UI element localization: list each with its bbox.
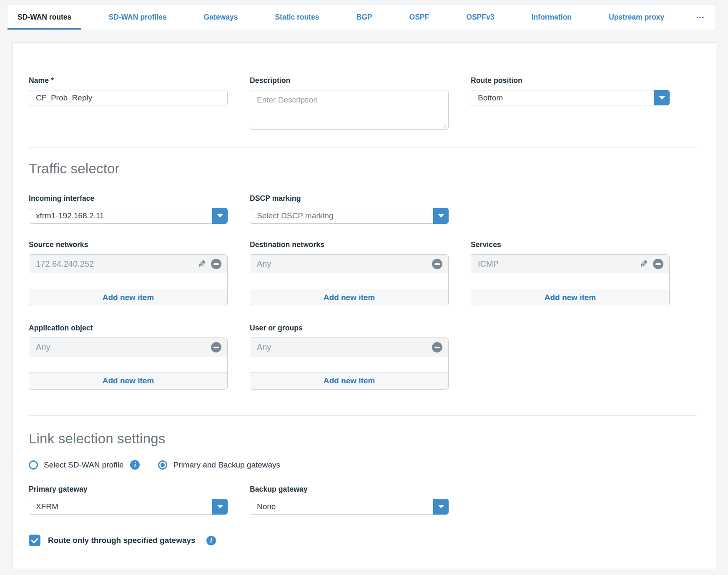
section-divider (29, 147, 697, 148)
remove-icon[interactable] (211, 342, 221, 352)
add-new-item-button[interactable]: Add new item (471, 289, 669, 306)
chevron-down-icon[interactable] (433, 499, 449, 515)
source-networks-label: Source networks (29, 240, 228, 249)
chevron-down-icon[interactable] (654, 90, 670, 105)
add-new-item-button[interactable]: Add new item (250, 289, 448, 306)
application-object-label: Application object (29, 324, 228, 332)
tab-sdwan-routes[interactable]: SD-WAN routes (8, 5, 81, 30)
list-item: 172.64.240.252 ✎ (29, 255, 227, 273)
chevron-down-icon[interactable] (212, 208, 228, 224)
more-tabs-icon[interactable]: ••• (691, 5, 715, 30)
incoming-interface-label: Incoming interface (29, 194, 228, 203)
list-empty-area (29, 357, 227, 372)
remove-icon[interactable] (653, 259, 663, 269)
tab-bgp[interactable]: BGP (346, 5, 382, 30)
tab-ospf[interactable]: OSPF (399, 5, 439, 30)
tab-upstream-proxy[interactable]: Upstream proxy (599, 5, 674, 30)
route-only-checkbox-label: Route only through specified gateways (48, 536, 196, 545)
add-new-item-button[interactable]: Add new item (29, 372, 227, 389)
tab-information[interactable]: Information (522, 5, 582, 30)
info-icon[interactable]: i (206, 536, 216, 545)
name-value: CF_Prob_Reply (36, 93, 92, 102)
list-item: Any (29, 338, 227, 357)
traffic-selector-heading: Traffic selector (29, 161, 698, 177)
services-list: ICMP ✎ Add new item (471, 254, 670, 306)
incoming-interface-select[interactable]: xfrm1-192.168.2.11 (29, 208, 228, 224)
list-empty-area (250, 357, 448, 372)
radio-group-sdwan-profile: Select SD-WAN profile i (29, 460, 140, 470)
select-sdwan-profile-radio[interactable] (29, 460, 38, 470)
select-sdwan-profile-label: Select SD-WAN profile (44, 460, 123, 470)
dscp-marking-placeholder: Select DSCP marking (257, 211, 333, 220)
list-item-text: Any (257, 259, 432, 269)
list-item: ICMP ✎ (471, 255, 669, 273)
incoming-interface-value: xfrm1-192.168.2.11 (36, 211, 104, 220)
list-empty-area (29, 273, 227, 289)
primary-backup-gateways-label: Primary and Backup gateways (173, 460, 280, 470)
description-input[interactable]: Enter Description (250, 90, 449, 130)
description-placeholder: Enter Description (257, 95, 318, 104)
route-position-value: Bottom (478, 93, 503, 102)
primary-gateway-value: XFRM (36, 502, 58, 511)
primary-gateway-label: Primary gateway (29, 485, 228, 494)
destination-networks-list: Any Add new item (250, 254, 449, 306)
remove-icon[interactable] (432, 259, 442, 269)
chevron-down-icon[interactable] (212, 499, 228, 515)
source-networks-list: 172.64.240.252 ✎ Add new item (29, 254, 228, 306)
route-only-checkbox[interactable] (29, 535, 40, 546)
tab-sdwan-profiles[interactable]: SD-WAN profiles (98, 5, 176, 30)
remove-icon[interactable] (211, 259, 221, 269)
remove-icon[interactable] (432, 342, 442, 352)
list-empty-area (250, 273, 448, 289)
list-item-text: Any (257, 342, 432, 352)
radio-group-primary-backup: Primary and Backup gateways (158, 460, 280, 470)
list-item-text: 172.64.240.252 (36, 259, 198, 269)
primary-gateway-select[interactable]: XFRM (29, 499, 228, 515)
name-label: Name * (29, 76, 228, 85)
tab-static-routes[interactable]: Static routes (265, 5, 329, 30)
user-or-groups-list: Any Add new item (250, 338, 449, 390)
user-or-groups-label: User or groups (250, 324, 449, 332)
list-item-text: ICMP (478, 259, 640, 269)
resize-handle-icon[interactable] (440, 121, 447, 128)
list-item: Any (250, 338, 448, 357)
backup-gateway-value: None (257, 502, 276, 511)
sdwan-route-form-panel: Name * CF_Prob_Reply Description Enter D… (13, 42, 716, 569)
description-label: Description (250, 76, 449, 85)
backup-gateway-label: Backup gateway (250, 485, 449, 494)
edit-icon[interactable]: ✎ (198, 259, 206, 269)
backup-gateway-select[interactable]: None (250, 499, 449, 515)
destination-networks-label: Destination networks (250, 240, 449, 249)
dscp-marking-select[interactable]: Select DSCP marking (250, 208, 449, 224)
services-label: Services (471, 240, 670, 249)
chevron-down-icon[interactable] (433, 208, 449, 224)
link-selection-heading: Link selection settings (29, 431, 698, 447)
section-divider (29, 415, 697, 416)
edit-icon[interactable]: ✎ (640, 259, 648, 269)
tab-ospfv3[interactable]: OSPFv3 (456, 5, 504, 30)
name-input[interactable]: CF_Prob_Reply (29, 90, 228, 105)
route-position-select[interactable]: Bottom (471, 90, 670, 105)
list-empty-area (471, 273, 669, 289)
add-new-item-button[interactable]: Add new item (29, 289, 227, 306)
list-item-text: Any (36, 342, 211, 352)
info-icon[interactable]: i (130, 460, 140, 470)
tab-bar: SD-WAN routes SD-WAN profiles Gateways S… (7, 4, 716, 30)
primary-backup-gateways-radio[interactable] (158, 460, 167, 470)
dscp-marking-label: DSCP marking (250, 194, 449, 203)
route-position-label: Route position (471, 76, 670, 85)
add-new-item-button[interactable]: Add new item (250, 372, 448, 389)
list-item: Any (250, 255, 448, 273)
application-object-list: Any Add new item (29, 338, 228, 390)
tab-gateways[interactable]: Gateways (194, 5, 248, 30)
